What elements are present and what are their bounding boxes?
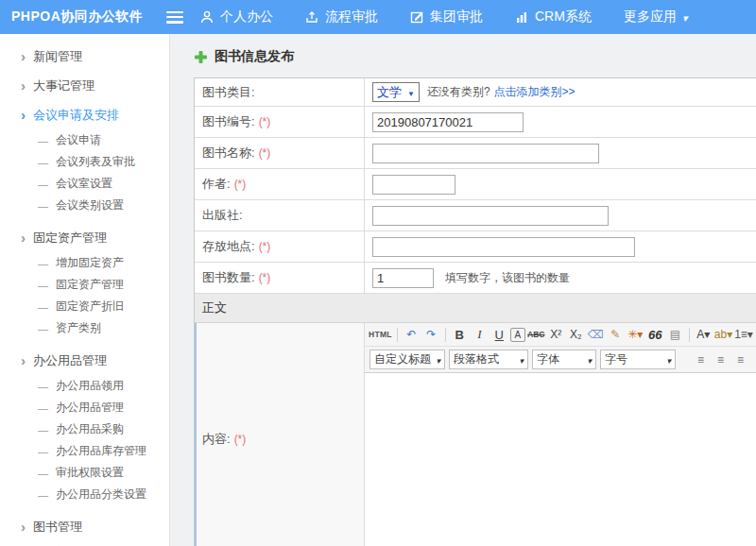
bullet-icon [21,48,26,64]
sidebar-item[interactable]: 办公用品库存管理 [0,440,169,462]
align-right-button[interactable]: ≡ [731,350,749,369]
bullet-icon [38,445,48,458]
book-number-label: 图书编号: [202,113,255,130]
page-title: 图书信息发布 [215,48,294,65]
italic-button[interactable]: I [471,325,489,344]
publisher-input[interactable] [372,206,609,226]
author-input[interactable] [372,175,455,195]
editor-toolbar-row1: HTML↶↷BIUAABCX²X₂⌫✎✳▾66▤A▾ab▾1≡▾•≡▾ [365,323,756,347]
highlight-color-button[interactable]: ab▾ [714,325,732,344]
sidebar-item[interactable]: 审批权限设置 [0,462,169,484]
bullet-icon [38,401,48,415]
strikethrough-button[interactable]: ABC [527,325,545,344]
html-source-button[interactable]: HTML [369,325,392,344]
bold-button[interactable]: B [451,325,469,344]
custom-title-select[interactable]: 自定义标题 [369,350,445,369]
format-painter-button[interactable]: ✎ [607,325,625,344]
quantity-hint: 填写数字，该图书的数量 [445,270,570,286]
sidebar-item[interactable]: 办公用品管理 [0,397,169,418]
sidebar-item[interactable]: 资产类别 [0,317,169,339]
sidebar-item[interactable]: 办公用品管理 [0,346,169,375]
bullet-icon [21,107,26,123]
book-name-input[interactable] [372,144,599,163]
caret-down-icon [515,353,524,367]
sidebar-item[interactable]: 图书管理 [0,512,169,541]
caret-down-icon [402,85,415,99]
sidebar-item[interactable]: 固定资产折旧 [0,296,169,317]
sidebar-item[interactable]: 固定资产管理 [0,223,169,252]
font-color-button[interactable]: A▾ [695,325,713,344]
caret-down-icon [432,353,440,367]
redo-button[interactable]: ↷ [422,325,440,344]
align-justify-button[interactable]: ≡ [751,350,756,369]
sidebar: 新闻管理 大事记管理 会议申请及安排 会议申请 会议列表及审批 会议室设置 会议… [0,34,170,546]
sidebar-item[interactable]: 办公用品采购 [0,418,169,440]
sidebar-item[interactable]: 大事记管理 [0,71,169,100]
nav-flow-approval[interactable]: 流程审批 [305,9,378,26]
editor-toolbar-row2: 自定义标题 段落格式 字体 字号 [365,347,756,373]
remove-format-button[interactable]: A [510,328,525,342]
page-head: 图书信息发布 [170,34,756,65]
paragraph-format-select[interactable]: 段落格式 [449,350,528,369]
row-content: 内容: (*) HTML↶↷BIUAABCX²X₂⌫✎✳▾66▤A▾ab▾1≡▾… [195,323,756,546]
category-select[interactable]: 文学 [372,82,420,102]
nav-crm-system[interactable]: CRM系统 [515,9,592,26]
font-size-select[interactable]: 字号 [600,350,676,369]
sidebar-item[interactable]: 会议室设置 [0,173,169,195]
bullet-icon [21,352,26,368]
nav-more-apps[interactable]: 更多应用 [624,9,688,26]
required-mark: (*) [259,115,271,128]
menu-icon[interactable] [166,11,183,24]
bullet-icon [38,300,48,314]
book-number-input[interactable] [372,112,524,132]
category-note: 还没有类别? [427,84,490,100]
align-left-button[interactable]: ≡ [692,350,710,369]
nav-group-approval[interactable]: 集团审批 [410,9,483,26]
add-icon [194,50,208,64]
nav-personal-office[interactable]: 个人办公 [200,9,273,26]
bullet-icon [38,423,48,436]
flow-approval-icon [305,10,325,24]
bullet-icon [38,257,48,270]
row-book-name: 图书名称: (*) [195,138,756,169]
sidebar-item[interactable]: 增加固定资产 [0,252,169,274]
ordered-list-button[interactable]: 1≡▾ [734,325,753,344]
main-content: 图书信息发布 图书类目: 文学 还没有类别? 点击添加类别>> 图书编号: (*… [170,34,756,546]
paste-button[interactable]: ▤ [666,325,684,344]
undo-button[interactable]: ↶ [403,325,421,344]
bullet-icon [38,488,48,502]
bullet-icon [38,199,48,213]
font-family-select[interactable]: 字体 [532,350,596,369]
sidebar-item[interactable]: 新建图书 [0,541,169,546]
sidebar-item[interactable]: 会议类别设置 [0,195,169,216]
quantity-label: 图书数量: [202,269,255,286]
blockquote-button[interactable]: 66 [646,325,664,344]
caret-down-icon [677,9,688,25]
caret-down-icon [662,353,671,367]
bullet-icon [38,467,48,480]
location-input[interactable] [372,237,635,257]
subscript-button[interactable]: X₂ [567,325,585,344]
sidebar-item[interactable]: 固定资产管理 [0,274,169,296]
align-center-button[interactable]: ≡ [712,350,730,369]
group-approval-icon [410,10,430,24]
book-name-label: 图书名称: [202,145,255,162]
add-category-link[interactable]: 点击添加类别>> [494,84,576,100]
superscript-button[interactable]: X² [547,325,565,344]
quantity-input[interactable] [372,268,434,288]
required-mark: (*) [259,271,271,284]
row-author: 作者: (*) [195,169,756,200]
sidebar-item[interactable]: 新闻管理 [0,42,169,71]
sidebar-item[interactable]: 会议列表及审批 [0,151,169,173]
toolbar-separator [397,328,398,342]
underline-button[interactable]: U [490,325,508,344]
author-label: 作者: [202,176,231,193]
eraser-button[interactable]: ⌫ [587,325,605,344]
sidebar-item[interactable]: 会议申请及安排 [0,100,169,129]
color-palette-button[interactable]: ✳▾ [627,325,644,344]
sidebar-item[interactable]: 办公用品分类设置 [0,484,169,505]
editor-content-area[interactable] [365,373,756,546]
sidebar-item[interactable]: 会议申请 [0,129,169,151]
sidebar-item[interactable]: 办公用品领用 [0,375,169,397]
bullet-icon [38,322,48,335]
